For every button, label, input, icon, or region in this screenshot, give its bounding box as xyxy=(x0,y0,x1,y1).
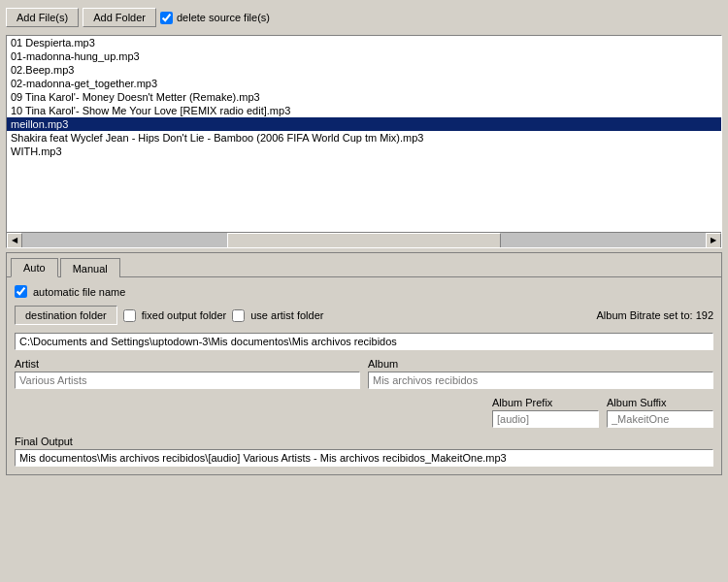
file-list-container: 01 Despierta.mp301-madonna-hung_up.mp302… xyxy=(6,35,722,248)
tab-manual[interactable]: Manual xyxy=(60,258,120,277)
toolbar: Add File(s) Add Folder delete source fil… xyxy=(4,4,724,31)
list-item[interactable]: WITH.mp3 xyxy=(7,145,721,158)
automatic-file-name-checkbox[interactable] xyxy=(15,285,27,298)
bitrate-label: Album Bitrate set to: 192 xyxy=(597,309,713,321)
add-folder-button[interactable]: Add Folder xyxy=(83,8,156,27)
list-item[interactable]: 02.Beep.mp3 xyxy=(7,63,721,77)
album-suffix-label: Album Suffix xyxy=(607,397,713,408)
fixed-output-label: fixed output folder xyxy=(142,309,226,321)
main-container: Add File(s) Add Folder delete source fil… xyxy=(0,0,728,582)
album-prefix-group: Album Prefix xyxy=(492,397,599,428)
album-prefix-input[interactable] xyxy=(492,410,599,428)
delete-source-label[interactable]: delete source file(s) xyxy=(160,12,270,24)
options-row: destination folder fixed output folder u… xyxy=(15,306,713,325)
final-output-label: Final Output xyxy=(15,436,713,447)
album-group: Album xyxy=(368,358,713,389)
auto-name-row: automatic file name xyxy=(15,285,713,298)
artist-album-row: Artist Album xyxy=(15,358,713,389)
tab-bar: Auto Manual xyxy=(7,253,721,277)
add-files-button[interactable]: Add File(s) xyxy=(6,8,79,27)
horizontal-scrollbar[interactable]: ◀ ▶ xyxy=(7,232,721,247)
album-suffix-group: Album Suffix xyxy=(607,397,713,428)
list-item[interactable]: 10 Tina Karol'- Show Me Your Love [REMIX… xyxy=(7,104,721,117)
list-item[interactable]: 01 Despierta.mp3 xyxy=(7,36,721,49)
scroll-left-button[interactable]: ◀ xyxy=(7,233,22,248)
use-artist-label: use artist folder xyxy=(250,309,323,321)
album-prefix-label: Album Prefix xyxy=(492,397,599,408)
delete-source-text: delete source file(s) xyxy=(177,12,270,23)
album-input[interactable] xyxy=(368,372,713,389)
scroll-right-button[interactable]: ▶ xyxy=(706,233,721,248)
path-input[interactable] xyxy=(15,333,713,350)
final-output-input[interactable] xyxy=(15,449,713,467)
artist-input[interactable] xyxy=(15,372,360,389)
scroll-thumb[interactable] xyxy=(227,233,501,248)
file-list[interactable]: 01 Despierta.mp301-madonna-hung_up.mp302… xyxy=(7,36,721,232)
delete-source-checkbox[interactable] xyxy=(160,12,173,24)
artist-label: Artist xyxy=(15,358,360,370)
artist-group: Artist xyxy=(15,358,360,389)
list-item[interactable]: meillon.mp3 xyxy=(7,117,721,131)
list-item[interactable]: Shakira feat Wyclef Jean - Hips Don't Li… xyxy=(7,131,721,145)
list-item[interactable]: 02-madonna-get_together.mp3 xyxy=(7,77,721,90)
final-output-row: Final Output xyxy=(15,436,713,467)
use-artist-checkbox[interactable] xyxy=(232,309,245,322)
album-suffix-input[interactable] xyxy=(607,410,713,428)
tab-content-auto: automatic file name destination folder f… xyxy=(7,277,721,474)
automatic-file-name-label: automatic file name xyxy=(33,286,125,298)
album-label: Album xyxy=(368,358,713,370)
scroll-track[interactable] xyxy=(22,233,706,248)
tab-auto[interactable]: Auto xyxy=(11,258,58,277)
prefix-suffix-row: Album Prefix Album Suffix xyxy=(15,397,713,428)
list-item[interactable]: 09 Tina Karol'- Money Doesn't Metter (Re… xyxy=(7,90,721,104)
list-item[interactable]: 01-madonna-hung_up.mp3 xyxy=(7,49,721,63)
tabs-section: Auto Manual automatic file name destinat… xyxy=(6,252,722,475)
fixed-output-checkbox[interactable] xyxy=(123,309,136,322)
destination-folder-button[interactable]: destination folder xyxy=(15,306,117,325)
